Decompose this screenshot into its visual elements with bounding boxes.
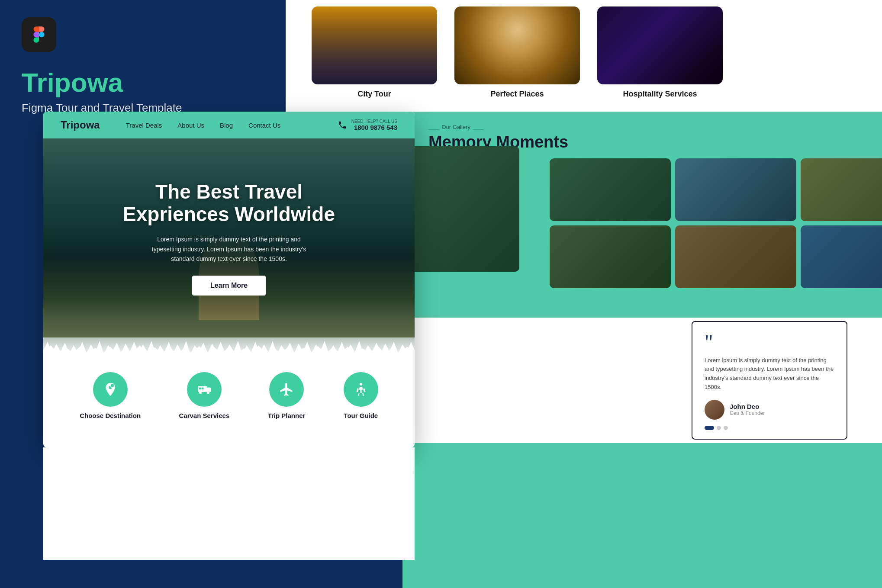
gallery-subtitle: Our Gallery — [428, 124, 856, 130]
nav-link-contact-us[interactable]: Contact Us — [248, 122, 280, 129]
author-info: John Deo Ceo & Founder — [730, 403, 765, 416]
nav-link-blog[interactable]: Blog — [220, 122, 233, 129]
svg-point-7 — [360, 383, 362, 386]
nav-help-label: NEED HELP? CALL US — [351, 119, 397, 124]
service-trip-planner: Trip Planner — [268, 372, 306, 419]
service-choose-destination: Choose Destination — [80, 372, 141, 419]
hero-title: The Best Travel Expriences Worldwide — [123, 180, 335, 226]
torn-svg — [43, 337, 415, 359]
svg-line-8 — [358, 393, 359, 396]
author-role: Ceo & Founder — [730, 410, 765, 416]
nav-logo: Tripowa — [61, 119, 100, 131]
feature-card-city-tour: City Tour — [312, 6, 437, 99]
feature-card-hospitality: Hospitality Services — [597, 6, 723, 99]
caravan-icon — [196, 382, 212, 397]
gallery-image-2 — [675, 158, 796, 221]
testimonial-panel: " Lorem ipsum is simply dummy text of th… — [402, 318, 882, 443]
testimonial-text: Lorem ipsum is simply dummy text of the … — [705, 356, 834, 392]
gallery-image-4 — [550, 225, 671, 288]
dot-2 — [717, 426, 721, 430]
svg-line-9 — [363, 393, 364, 396]
hero-description: Lorem Ipsum is simply dummy text of the … — [147, 235, 311, 263]
feature-card-perfect-places: Perfect Places — [454, 6, 580, 99]
dot-1 — [705, 426, 714, 430]
phone-icon — [338, 120, 347, 130]
testimonial-card: " Lorem ipsum is simply dummy text of th… — [692, 321, 847, 440]
hospitality-image — [597, 6, 723, 84]
svg-point-4 — [207, 392, 209, 394]
nav-link-travel-deals[interactable]: Travel Deals — [126, 122, 162, 129]
gallery-grid — [524, 158, 882, 288]
city-tour-label: City Tour — [357, 90, 391, 99]
service-tour-guide: Tour Guide — [344, 372, 378, 419]
nav-contact: NEED HELP? CALL US 1800 9876 543 — [338, 119, 397, 131]
author-avatar — [705, 400, 724, 420]
trip-planner-label: Trip Planner — [268, 412, 306, 419]
hero-section: The Best Travel Expriences Worldwide Lor… — [43, 138, 415, 337]
bottom-green-section — [402, 443, 882, 588]
tour-guide-icon-circle — [344, 372, 378, 407]
testimonial-author: John Deo Ceo & Founder — [705, 400, 834, 420]
plane-icon — [279, 382, 294, 397]
hospitality-label: Hospitality Services — [623, 90, 697, 99]
nav-phone: 1800 9876 543 — [351, 124, 397, 131]
torn-paper-effect — [43, 337, 415, 359]
testimonial-dots — [705, 426, 834, 430]
nav-contact-text: NEED HELP? CALL US 1800 9876 543 — [351, 119, 397, 131]
feature-cards-row: City Tour Perfect Places Hospitality Ser… — [286, 0, 882, 112]
carvan-icon-circle — [187, 372, 222, 407]
svg-point-0 — [110, 384, 114, 388]
carvan-label: Carvan Services — [179, 412, 229, 419]
nav-links: Travel Deals About Us Blog Contact Us — [126, 122, 338, 129]
svg-rect-6 — [202, 388, 204, 390]
gallery-main-image — [402, 146, 519, 272]
navigation-bar: Tripowa Travel Deals About Us Blog Conta… — [43, 112, 415, 138]
tour-guide-label: Tour Guide — [344, 412, 378, 419]
choose-destination-icon-circle — [93, 372, 128, 407]
hero-title-line1: The Best Travel — [155, 180, 303, 203]
perfect-places-label: Perfect Places — [490, 90, 544, 99]
svg-point-3 — [199, 392, 202, 394]
gallery-panel: Our Gallery Memory Moments — [402, 112, 882, 318]
author-name: John Deo — [730, 403, 765, 410]
dot-3 — [724, 426, 728, 430]
svg-rect-5 — [199, 388, 201, 390]
gallery-image-1 — [550, 158, 671, 221]
hiker-icon — [353, 382, 369, 397]
trip-planner-icon-circle — [269, 372, 304, 407]
brand-title: Tripowa — [22, 69, 264, 96]
gallery-image-6 — [801, 225, 882, 288]
services-section: Choose Destination Carvan Services — [43, 359, 415, 428]
quote-mark: " — [705, 334, 834, 350]
service-carvan: Carvan Services — [179, 372, 229, 419]
hero-title-line2: Expriences Worldwide — [123, 203, 335, 225]
figma-icon — [22, 17, 56, 52]
hero-content: The Best Travel Expriences Worldwide Lor… — [123, 180, 335, 296]
svg-rect-2 — [207, 388, 211, 392]
location-pin-icon — [103, 382, 118, 397]
website-mockup: Tripowa Travel Deals About Us Blog Conta… — [43, 112, 415, 447]
choose-destination-label: Choose Destination — [80, 412, 141, 419]
website-bottom-extension — [43, 447, 415, 560]
gallery-image-3 — [801, 158, 882, 221]
hero-cta-button[interactable]: Learn More — [192, 276, 266, 296]
perfect-places-image — [454, 6, 580, 84]
city-tour-image — [312, 6, 437, 84]
nav-link-about-us[interactable]: About Us — [177, 122, 204, 129]
gallery-image-5 — [675, 225, 796, 288]
